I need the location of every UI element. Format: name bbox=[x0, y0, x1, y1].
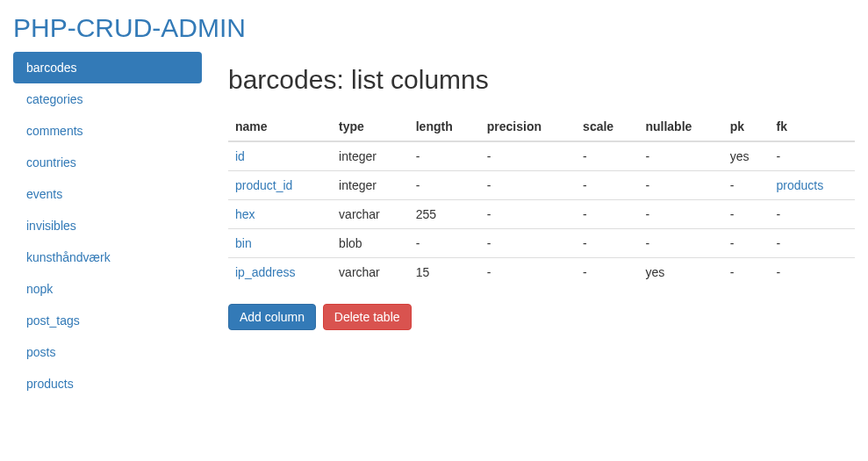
sidebar-item-barcodes[interactable]: barcodes bbox=[13, 52, 202, 83]
column-link-hex[interactable]: hex bbox=[235, 207, 255, 221]
table-row: product_idinteger-----products bbox=[228, 171, 855, 200]
sidebar-item-kunsth-ndv-rk[interactable]: kunsthåndværk bbox=[13, 241, 202, 273]
main-content: barcodes: list columns nametypelengthpre… bbox=[215, 52, 855, 400]
cell-type: varchar bbox=[332, 200, 409, 229]
cell-pk: - bbox=[723, 200, 770, 229]
table-row: hexvarchar255----- bbox=[228, 200, 855, 229]
cell-pk: - bbox=[723, 171, 770, 200]
sidebar-item-categories[interactable]: categories bbox=[13, 83, 202, 115]
table-row: ip_addressvarchar15--yes-- bbox=[228, 258, 855, 287]
sidebar-item-invisibles[interactable]: invisibles bbox=[13, 210, 202, 241]
cell-type: integer bbox=[332, 171, 409, 200]
cell-type: varchar bbox=[332, 258, 409, 287]
cell-nullable: - bbox=[638, 141, 722, 171]
table-header-precision: precision bbox=[480, 112, 576, 141]
fk-link-products[interactable]: products bbox=[777, 178, 824, 192]
cell-length: 255 bbox=[409, 200, 480, 229]
cell-length: 15 bbox=[409, 258, 480, 287]
cell-pk: - bbox=[723, 258, 770, 287]
cell-scale: - bbox=[576, 171, 638, 200]
cell-fk: - bbox=[770, 141, 855, 171]
sidebar: barcodescategoriescommentscountriesevent… bbox=[13, 52, 215, 400]
cell-nullable: - bbox=[638, 171, 722, 200]
table-header-length: length bbox=[409, 112, 480, 141]
cell-type: blob bbox=[332, 229, 409, 258]
add-column-button[interactable]: Add column bbox=[228, 304, 316, 330]
page-title: barcodes: list columns bbox=[228, 65, 855, 95]
cell-nullable: - bbox=[638, 200, 722, 229]
cell-type: integer bbox=[332, 141, 409, 171]
table-row: binblob------ bbox=[228, 229, 855, 258]
cell-scale: - bbox=[576, 200, 638, 229]
cell-pk: yes bbox=[723, 141, 770, 171]
sidebar-item-comments[interactable]: comments bbox=[13, 115, 202, 147]
table-header-type: type bbox=[332, 112, 409, 141]
cell-precision: - bbox=[480, 229, 576, 258]
cell-length: - bbox=[409, 229, 480, 258]
cell-nullable: yes bbox=[638, 258, 722, 287]
table-row: idinteger----yes- bbox=[228, 141, 855, 171]
table-header-scale: scale bbox=[576, 112, 638, 141]
brand-title: PHP-CRUD-ADMIN bbox=[13, 0, 855, 52]
sidebar-item-events[interactable]: events bbox=[13, 178, 202, 210]
cell-pk: - bbox=[723, 229, 770, 258]
table-header-name: name bbox=[228, 112, 332, 141]
cell-precision: - bbox=[480, 258, 576, 287]
cell-fk: - bbox=[770, 258, 855, 287]
cell-scale: - bbox=[576, 229, 638, 258]
column-link-id[interactable]: id bbox=[235, 149, 245, 163]
column-link-ip_address[interactable]: ip_address bbox=[235, 265, 296, 279]
button-bar: Add column Delete table bbox=[228, 304, 855, 330]
table-header-fk: fk bbox=[770, 112, 855, 141]
cell-nullable: - bbox=[638, 229, 722, 258]
table-header-pk: pk bbox=[723, 112, 770, 141]
brand-link[interactable]: PHP-CRUD-ADMIN bbox=[13, 13, 246, 42]
cell-precision: - bbox=[480, 171, 576, 200]
sidebar-item-nopk[interactable]: nopk bbox=[13, 273, 202, 305]
cell-fk: products bbox=[770, 171, 855, 200]
sidebar-item-posts[interactable]: posts bbox=[13, 336, 202, 368]
delete-table-button[interactable]: Delete table bbox=[323, 304, 412, 330]
column-link-product_id[interactable]: product_id bbox=[235, 178, 292, 192]
columns-table: nametypelengthprecisionscalenullablepkfk… bbox=[228, 112, 855, 286]
cell-precision: - bbox=[480, 141, 576, 171]
cell-fk: - bbox=[770, 200, 855, 229]
cell-fk: - bbox=[770, 229, 855, 258]
cell-length: - bbox=[409, 141, 480, 171]
cell-length: - bbox=[409, 171, 480, 200]
sidebar-item-post-tags[interactable]: post_tags bbox=[13, 305, 202, 336]
column-link-bin[interactable]: bin bbox=[235, 236, 252, 250]
cell-precision: - bbox=[480, 200, 576, 229]
sidebar-item-products[interactable]: products bbox=[13, 368, 202, 400]
sidebar-item-countries[interactable]: countries bbox=[13, 147, 202, 178]
cell-scale: - bbox=[576, 141, 638, 171]
cell-scale: - bbox=[576, 258, 638, 287]
table-header-nullable: nullable bbox=[638, 112, 722, 141]
